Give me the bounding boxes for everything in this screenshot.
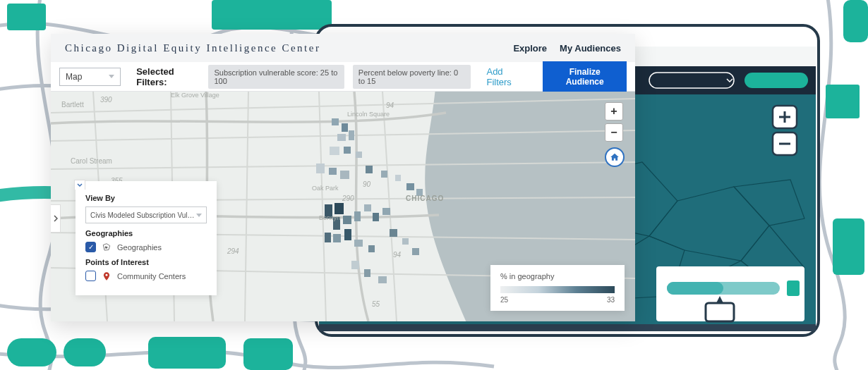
svg-rect-34	[356, 152, 362, 158]
legend-gradient	[500, 286, 615, 293]
svg-rect-54	[354, 240, 363, 247]
svg-text:Lincoln Square: Lincoln Square	[347, 111, 390, 118]
svg-text:55: 55	[372, 300, 380, 308]
community-centers-label: Community Centers	[117, 272, 186, 280]
svg-rect-29	[342, 123, 348, 132]
svg-rect-47	[354, 211, 361, 221]
legend-values: 25 33	[500, 296, 615, 304]
svg-rect-56	[390, 229, 397, 237]
chevron-down-icon	[77, 183, 83, 187]
svg-rect-60	[364, 269, 370, 277]
nav-my-audiences[interactable]: My Audiences	[560, 43, 621, 54]
map-zoom-controls: + −	[605, 102, 625, 167]
geographies-label: Geographies	[117, 243, 162, 252]
poi-title: Points of Interest	[85, 258, 207, 266]
svg-rect-8	[243, 338, 293, 370]
svg-rect-50	[382, 208, 390, 215]
svg-rect-25	[706, 303, 734, 321]
collapse-panel-button[interactable]	[74, 180, 85, 190]
svg-rect-24	[787, 280, 800, 296]
finalize-audience-button[interactable]: Finalize Audience	[543, 61, 627, 92]
svg-rect-9	[843, 0, 868, 42]
svg-text:294: 294	[227, 247, 239, 255]
legend-title: % in geography	[500, 272, 615, 280]
svg-rect-30	[337, 134, 346, 141]
svg-text:94: 94	[386, 101, 394, 109]
geographies-title: Geographies	[85, 229, 207, 238]
app-title: Chicago Digital Equity Intelligence Cent…	[65, 42, 320, 54]
svg-rect-51	[325, 233, 331, 242]
map-canvas[interactable]: Bartlett 390 Elk Grove Village 94 Lincol…	[51, 92, 635, 321]
view-by-value: Civis Modeled Subscription Vul…	[90, 211, 194, 219]
add-filters-link[interactable]: Add Filters	[486, 66, 526, 87]
svg-text:CHICAGO: CHICAGO	[406, 195, 444, 202]
nav-explore[interactable]: Explore	[513, 43, 547, 54]
svg-rect-46	[343, 216, 351, 224]
svg-rect-61	[378, 276, 387, 283]
svg-point-77	[106, 273, 108, 276]
svg-rect-37	[340, 171, 349, 179]
svg-text:Carol Stream: Carol Stream	[71, 157, 112, 165]
view-by-title: View By	[85, 194, 207, 202]
svg-rect-52	[333, 234, 341, 242]
header-nav: Explore My Audiences	[513, 43, 621, 54]
svg-rect-38	[366, 166, 373, 173]
svg-rect-2	[212, 0, 332, 30]
layer-row-geographies: Geographies	[85, 242, 207, 252]
legend-max: 33	[607, 296, 615, 304]
polygon-icon	[102, 242, 111, 252]
community-centers-checkbox[interactable]	[85, 271, 96, 281]
chevron-right-icon	[54, 215, 58, 222]
svg-rect-59	[351, 261, 359, 269]
home-icon	[610, 152, 620, 162]
svg-rect-35	[316, 164, 325, 173]
svg-rect-39	[381, 171, 387, 178]
svg-rect-53	[344, 229, 351, 240]
svg-rect-26	[319, 324, 816, 331]
layer-row-community-centers: Community Centers	[85, 271, 207, 281]
svg-rect-4	[833, 218, 864, 275]
svg-rect-6	[64, 338, 106, 366]
svg-rect-1	[7, 4, 46, 30]
zoom-in-button[interactable]: +	[605, 102, 623, 121]
pin-icon	[102, 271, 111, 281]
selected-filters-label: Selected Filters:	[136, 66, 200, 87]
svg-rect-41	[406, 183, 414, 190]
svg-rect-57	[402, 238, 409, 245]
legend-min: 25	[500, 296, 508, 304]
svg-rect-32	[330, 147, 339, 155]
svg-rect-7	[148, 337, 226, 369]
svg-rect-28	[332, 118, 339, 125]
svg-rect-48	[364, 204, 371, 211]
svg-rect-55	[368, 245, 375, 252]
svg-rect-58	[412, 248, 419, 255]
svg-text:90: 90	[363, 180, 371, 188]
filter-bar: Map Selected Filters: Subscription vulne…	[51, 62, 635, 92]
svg-text:Elk Grove Village: Elk Grove Village	[171, 92, 219, 99]
geographies-checkbox[interactable]	[85, 242, 96, 252]
svg-rect-17	[745, 73, 808, 88]
svg-rect-44	[334, 203, 344, 214]
view-by-dropdown[interactable]: Civis Modeled Subscription Vul…	[85, 206, 207, 223]
svg-rect-36	[329, 168, 337, 175]
filter-chip[interactable]: Subscription vulnerable score: 25 to 100	[208, 65, 344, 89]
svg-rect-3	[826, 85, 860, 118]
svg-text:94: 94	[393, 251, 402, 259]
svg-text:Bartlett: Bartlett	[61, 101, 84, 109]
zoom-out-button[interactable]: −	[605, 123, 623, 142]
svg-text:390: 390	[100, 96, 112, 104]
svg-rect-40	[395, 175, 401, 181]
main-app-window: Chicago Digital Equity Intelligence Cent…	[51, 34, 635, 321]
view-dropdown-value: Map	[66, 72, 82, 82]
svg-text:Oak Park: Oak Park	[312, 185, 339, 192]
view-dropdown[interactable]: Map	[59, 68, 121, 86]
chevron-down-icon	[196, 214, 202, 217]
expand-sidebar-tab[interactable]	[51, 204, 61, 233]
filter-chip[interactable]: Percent below poverty line: 0 to 15	[353, 65, 471, 89]
svg-text:Berwyn: Berwyn	[319, 214, 340, 221]
svg-rect-33	[344, 147, 351, 154]
home-button[interactable]	[605, 147, 625, 167]
svg-rect-49	[373, 213, 379, 221]
app-header: Chicago Digital Equity Intelligence Cent…	[51, 34, 635, 62]
svg-rect-5	[7, 338, 56, 366]
